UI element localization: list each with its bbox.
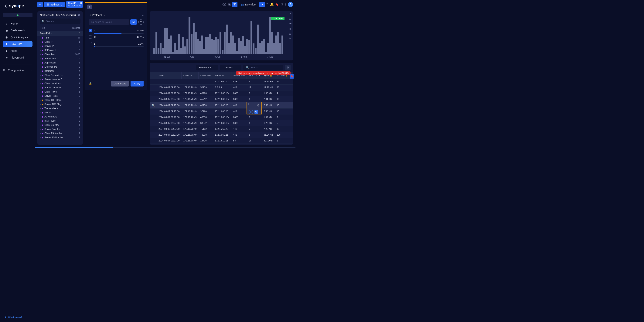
stats-row[interactable]: ›◆Server AS Number2 (38, 136, 83, 140)
chart-bar[interactable] (220, 32, 222, 54)
table-search-input[interactable]: 🔍 Search (243, 64, 283, 70)
stats-row[interactable]: ›◆As Numbers1 (38, 115, 83, 119)
chevron-up-icon[interactable]: ⌃ (289, 12, 291, 16)
stats-row[interactable]: ›◆Application5 (38, 60, 83, 65)
chart-bar[interactable] (186, 39, 188, 54)
close-icon[interactable]: ✕ (78, 14, 80, 16)
table-row[interactable]: 2024-08-07 09:27:00 172.16.70.49 45132 1… (150, 126, 293, 132)
bookmark-icon[interactable]: 🔖 (275, 3, 279, 6)
chart-bar[interactable] (166, 28, 168, 54)
chart-bar[interactable] (252, 44, 254, 54)
query-mode-toggle[interactable]: 〰 (38, 2, 43, 7)
stats-row[interactable]: ›◆Client Port1000 (38, 52, 83, 56)
chart-bar[interactable] (218, 39, 219, 54)
row-expand[interactable] (150, 120, 156, 126)
chart-bar[interactable] (259, 43, 261, 54)
close-icon[interactable]: ✕ (80, 2, 82, 4)
add-filter-icon[interactable]: + (248, 110, 251, 114)
time-range-select[interactable]: ▤ No value (239, 2, 258, 7)
table-row[interactable]: 🔍 2024-08-07 09:27:00 172.16.70.49 60258… (150, 102, 293, 108)
chart-bar[interactable] (282, 36, 283, 54)
chart-bar[interactable] (162, 48, 164, 54)
nav-item-playground[interactable]: ✈Playground (3, 54, 32, 61)
table-settings-button[interactable]: ⚙ (285, 65, 290, 70)
chart-bar[interactable] (232, 36, 234, 54)
chart-bar[interactable] (238, 38, 240, 54)
stats-row[interactable]: ›◆Client AS Number1 (38, 131, 83, 136)
stats-row[interactable]: ›◆Server Roles3 (38, 94, 83, 98)
chart-area[interactable] (152, 14, 291, 54)
chart-bar[interactable] (154, 48, 155, 54)
delete-icon[interactable]: ⌫ (222, 3, 226, 6)
checkbox[interactable] (89, 29, 92, 32)
row-expand[interactable] (150, 126, 156, 132)
stats-row[interactable]: ›◆Server TCP Flags8 (38, 102, 83, 106)
chart-bar[interactable] (277, 32, 279, 54)
clear-filters-button[interactable]: Clear filters (111, 81, 129, 86)
back-icon[interactable]: ❮ (4, 4, 8, 8)
chart-bar[interactable] (267, 43, 269, 54)
chart-bar[interactable] (201, 36, 203, 54)
help-icon[interactable]: ? (285, 3, 286, 6)
magnify-icon[interactable]: 🔍 (152, 104, 155, 107)
chart-bar[interactable] (236, 51, 238, 54)
checkbox[interactable] (89, 42, 92, 45)
chart-bar[interactable] (228, 43, 230, 54)
stats-row[interactable]: ›◆Client Network F…1 (38, 73, 83, 77)
stats-row[interactable]: ›◆Server Port5 (38, 56, 83, 60)
chart-bar[interactable] (197, 39, 199, 54)
chart-bar[interactable] (176, 50, 178, 54)
filter-chip-client-ip[interactable]: Client IP =172.16.70.49 ✕ (66, 1, 83, 8)
apps-icon[interactable]: ⠿ (266, 3, 268, 6)
table-row[interactable]: 2024-08-07 09:27:00 172.16.70.49 13726 1… (150, 138, 293, 144)
stats-row[interactable]: ›◆Client Locations1 (38, 82, 83, 86)
row-expand[interactable] (150, 90, 156, 96)
chart-bar[interactable] (184, 46, 186, 54)
columns-dropdown[interactable]: 30 columns ⌄ (196, 64, 218, 70)
stats-row[interactable]: ›◆Client Country1 (38, 123, 83, 127)
chart-bar[interactable] (244, 46, 246, 54)
row-expand[interactable]: 🔍 (150, 102, 156, 108)
stream-select[interactable]: ☰ netflow ⌄ (44, 2, 65, 7)
chart-bar[interactable] (178, 34, 180, 54)
chart-bar[interactable] (195, 32, 197, 54)
stats-row[interactable]: ›◆Exporter IPs3 (38, 65, 83, 69)
stats-row[interactable]: ›◆Server Network F…3 (38, 77, 83, 82)
bookmark-tab[interactable]: 🔖 (290, 74, 294, 78)
filter-option[interactable]: 1742.3% (89, 34, 144, 40)
chart-bar[interactable] (246, 39, 248, 54)
nav-configuration[interactable]: ⚙ Configuration ⌄ (0, 67, 35, 74)
chart-bar[interactable] (230, 32, 232, 54)
filter-search-input[interactable] (89, 19, 129, 25)
chart-bar[interactable] (156, 32, 157, 54)
nav-item-raw-data[interactable]: ▮Raw Data (3, 41, 32, 47)
nav-item-quick-analysis[interactable]: ◉Quick Analysis (3, 34, 32, 40)
chart-bar[interactable] (280, 43, 281, 54)
stats-row[interactable]: ›◆ICMP Type3 (38, 119, 83, 123)
nav-item-alerts[interactable]: ▲Alerts (3, 48, 32, 54)
expand-icon[interactable]: » (142, 14, 144, 16)
stats-row[interactable]: ›◆Client TCP Flags15 (38, 98, 83, 102)
table-row[interactable]: 2024-08-07 09:27:00 172.16.70.49 45038 1… (150, 132, 293, 138)
table-row[interactable]: 2024-08-07 09:27:00 172.16.70.49 33572 1… (150, 120, 293, 126)
chart-bar[interactable] (222, 50, 224, 54)
row-expand[interactable] (150, 132, 156, 138)
row-expand[interactable] (150, 84, 156, 90)
chart-bar[interactable] (207, 38, 209, 54)
row-expand[interactable] (150, 108, 156, 114)
col-client-ip[interactable]: Client IP (181, 72, 198, 79)
chart-bar[interactable] (203, 49, 205, 54)
case-toggle-button[interactable]: Aa (130, 19, 137, 25)
chart-bar[interactable] (211, 39, 213, 54)
refresh-button[interactable]: ⟳ (260, 2, 265, 7)
chevron-down-icon[interactable]: ⌄ (104, 14, 106, 16)
chart-bar[interactable] (182, 38, 184, 54)
lock-icon[interactable]: 🔓 (89, 82, 92, 85)
edit-icon[interactable]: ✎ (289, 37, 292, 40)
bar-chart-icon[interactable]: ▥ (289, 27, 292, 30)
save-icon[interactable]: ▣ (228, 3, 231, 6)
stats-row[interactable]: ›◆IP Protocol3 (38, 48, 83, 52)
row-expand[interactable] (150, 96, 156, 102)
nav-item-dashboards[interactable]: ▦Dashboards (3, 27, 32, 34)
chart-bar[interactable] (180, 48, 182, 54)
